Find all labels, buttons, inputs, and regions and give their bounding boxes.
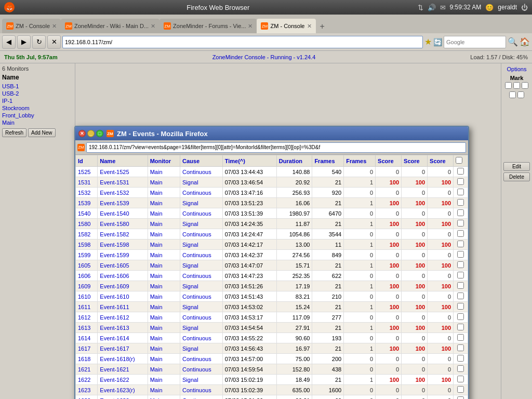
monitor-link[interactable]: Main: [150, 294, 163, 300]
event-name-link[interactable]: Event-1622: [100, 377, 129, 383]
event-id-link[interactable]: 1611: [78, 304, 90, 310]
tab3-close[interactable]: ✕: [248, 23, 252, 30]
event-name-link[interactable]: Event-1621: [100, 366, 129, 373]
event-id-link[interactable]: 1617: [78, 345, 90, 352]
col-name[interactable]: Name: [98, 155, 148, 167]
event-id-link[interactable]: 1613: [78, 325, 90, 331]
row-checkbox[interactable]: [457, 376, 464, 382]
event-name-link[interactable]: Event-1611: [100, 304, 129, 310]
cause-link[interactable]: Continuous: [182, 210, 211, 217]
row-checkbox[interactable]: [457, 355, 464, 362]
event-name-link[interactable]: Event-1599: [100, 252, 129, 258]
cause-link[interactable]: Continuous: [182, 397, 211, 400]
monitor-link[interactable]: Main: [150, 283, 163, 289]
cause-link[interactable]: Continuous: [182, 190, 211, 196]
monitor-usb1[interactable]: USB-1: [2, 83, 73, 90]
event-name-link[interactable]: Event-1623(r): [100, 387, 135, 393]
event-name-link[interactable]: Event-1610: [100, 294, 129, 300]
cause-link[interactable]: Signal: [182, 377, 198, 383]
tab-4[interactable]: ZM ZM - Console ✕: [257, 19, 315, 33]
new-tab-button[interactable]: +: [316, 20, 329, 33]
row-checkbox[interactable]: [457, 241, 464, 247]
row-checkbox[interactable]: [457, 230, 464, 237]
event-id-link[interactable]: 1623: [78, 387, 90, 393]
row-checkbox[interactable]: [457, 365, 464, 372]
row-checkbox[interactable]: [457, 168, 464, 175]
cause-link[interactable]: Continuous: [182, 273, 211, 279]
row-checkbox[interactable]: [457, 334, 464, 341]
event-id-link[interactable]: 1622: [78, 377, 90, 383]
popup-minimize-button[interactable]: _: [87, 130, 95, 137]
event-name-link[interactable]: Event-1618(r): [100, 356, 135, 362]
search-icon[interactable]: 🔍: [508, 37, 518, 47]
row-checkbox[interactable]: [457, 292, 464, 299]
url-input[interactable]: [62, 36, 423, 48]
row-checkbox[interactable]: [457, 261, 464, 268]
events-scroll-area[interactable]: Id Name Monitor Cause Time(^) Duration F…: [75, 155, 468, 399]
event-id-link[interactable]: 1609: [78, 283, 90, 289]
tab-3[interactable]: ZM ZoneMinder - Forums - Vie... ✕: [159, 19, 257, 33]
col-time[interactable]: Time(^): [222, 155, 276, 167]
mark-checkbox-5[interactable]: [517, 91, 524, 98]
popup-close-button[interactable]: ✕: [78, 130, 86, 137]
cause-link[interactable]: Continuous: [182, 294, 211, 300]
cause-link[interactable]: Signal: [182, 345, 198, 352]
event-name-link[interactable]: Event-1539: [100, 200, 129, 206]
tab2-close[interactable]: ✕: [151, 23, 155, 30]
col-checkbox-header[interactable]: [454, 155, 468, 167]
event-name-link[interactable]: Event-1606: [100, 273, 129, 279]
tab4-close[interactable]: ✕: [307, 23, 312, 30]
event-id-link[interactable]: 1598: [78, 242, 90, 248]
cause-link[interactable]: Continuous: [182, 252, 211, 258]
monitor-link[interactable]: Main: [150, 345, 163, 352]
monitor-ip1[interactable]: IP-1: [2, 97, 73, 104]
col-monitor[interactable]: Monitor: [148, 155, 180, 167]
event-id-link[interactable]: 1532: [78, 190, 90, 196]
tab1-close[interactable]: ✕: [52, 23, 57, 30]
monitor-main[interactable]: Main: [2, 119, 73, 126]
event-name-link[interactable]: Event-1598: [100, 242, 129, 248]
monitor-usb2[interactable]: USB-2: [2, 90, 73, 97]
event-name-link[interactable]: Event-1614: [100, 335, 129, 341]
mark-checkbox-3[interactable]: [522, 82, 528, 89]
monitor-link[interactable]: Main: [150, 221, 163, 227]
row-checkbox[interactable]: [457, 386, 464, 393]
col-score-avg[interactable]: Score: [402, 155, 428, 167]
col-id[interactable]: Id: [76, 155, 98, 167]
monitor-link[interactable]: Main: [150, 231, 163, 237]
row-checkbox[interactable]: [457, 344, 464, 351]
popup-url-input[interactable]: [86, 142, 466, 153]
row-checkbox[interactable]: [457, 178, 464, 185]
event-id-link[interactable]: 1606: [78, 273, 90, 279]
cause-link[interactable]: Signal: [182, 283, 198, 289]
event-name-link[interactable]: Event-1612: [100, 314, 129, 321]
back-button[interactable]: ◀: [2, 35, 16, 49]
reload-button[interactable]: ↻: [32, 35, 46, 49]
zm-console-link[interactable]: ZoneMinder Console - Running - v1.24.4: [212, 54, 316, 60]
col-score-total[interactable]: Score: [376, 155, 402, 167]
options-link[interactable]: Options: [507, 66, 527, 72]
monitor-link[interactable]: Main: [150, 387, 163, 393]
row-checkbox[interactable]: [457, 272, 464, 278]
mark-checkbox-1[interactable]: [505, 82, 512, 89]
monitor-link[interactable]: Main: [150, 377, 163, 383]
monitor-link[interactable]: Main: [150, 273, 163, 279]
cause-link[interactable]: Continuous: [182, 169, 211, 175]
mark-checkbox-2[interactable]: [513, 82, 520, 89]
monitor-frontlobby[interactable]: Front_Lobby: [2, 112, 73, 119]
forward-button[interactable]: ▶: [17, 35, 31, 49]
event-id-link[interactable]: 1539: [78, 200, 90, 206]
row-checkbox[interactable]: [457, 199, 464, 206]
monitor-link[interactable]: Main: [150, 335, 163, 341]
tab-1[interactable]: ZM ZM - Console ✕: [2, 19, 61, 33]
monitor-stockroom[interactable]: Stockroom: [2, 104, 73, 112]
event-id-link[interactable]: 1531: [78, 179, 90, 185]
col-score-max[interactable]: Score: [428, 155, 454, 167]
popup-maximize-button[interactable]: □: [96, 130, 103, 137]
event-id-link[interactable]: 1614: [78, 335, 90, 341]
event-id-link[interactable]: 1605: [78, 262, 90, 269]
monitor-link[interactable]: Main: [150, 179, 163, 185]
cause-link[interactable]: Signal: [182, 242, 198, 248]
tab-2[interactable]: ZM ZoneMinder - Wiki - Main D... ✕: [61, 19, 159, 33]
event-id-link[interactable]: 1618: [78, 356, 90, 362]
